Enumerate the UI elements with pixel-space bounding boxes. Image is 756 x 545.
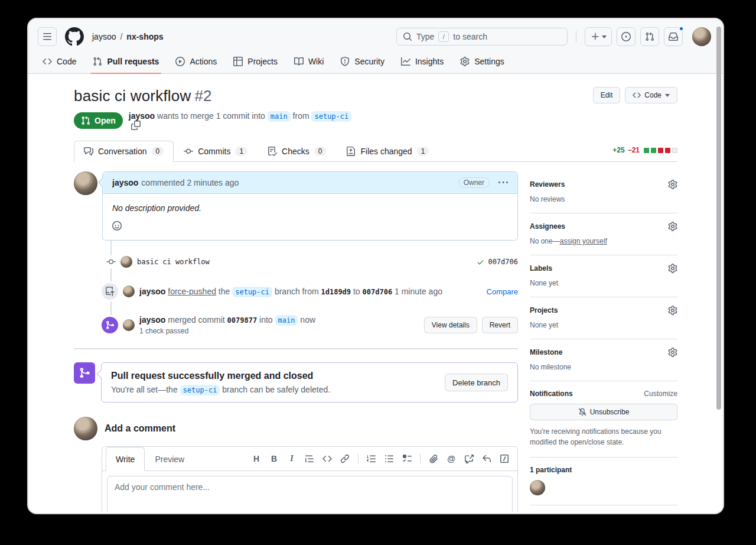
heading-button[interactable]: H (248, 450, 265, 467)
tab-commits[interactable]: Commits1 (174, 141, 258, 162)
numbered-list-button[interactable] (363, 450, 380, 467)
nav-tab-wiki[interactable]: Wiki (289, 50, 328, 73)
base-branch-label[interactable]: main (275, 315, 298, 326)
bullet-list-button[interactable] (381, 450, 397, 467)
user-avatar[interactable] (692, 27, 711, 46)
italic-button[interactable]: I (284, 450, 300, 467)
task-list-button[interactable] (399, 450, 415, 467)
revert-button[interactable]: Revert (482, 317, 518, 333)
gear-icon[interactable] (668, 222, 677, 231)
new-commit-sha[interactable]: 007d706 (363, 288, 393, 296)
milestone-section: Milestone No milestone (530, 339, 677, 381)
window-scrollbar[interactable] (715, 19, 723, 513)
force-pushed-link[interactable]: force-pushed (168, 287, 216, 296)
copy-icon[interactable] (131, 121, 141, 130)
code-button[interactable] (319, 450, 335, 467)
tab-checks[interactable]: Checks0 (258, 141, 336, 162)
base-branch-label[interactable]: main (268, 111, 291, 122)
create-new-button[interactable] (585, 27, 612, 46)
gear-icon[interactable] (668, 180, 677, 189)
merged-banner: Pull request successfully merged and clo… (74, 362, 518, 403)
breadcrumb-owner[interactable]: jaysoo (92, 32, 116, 41)
lock-conversation-button[interactable]: Lock conversation (530, 505, 677, 512)
link-button[interactable] (337, 450, 353, 467)
delete-branch-button[interactable]: Delete branch (445, 374, 508, 391)
projects-section: Projects None yet (530, 297, 677, 339)
bold-button[interactable]: B (266, 450, 282, 467)
compare-link[interactable]: Compare (487, 287, 518, 296)
assign-yourself-link[interactable]: assign yourself (560, 237, 607, 245)
nav-tab-code[interactable]: Code (38, 50, 81, 73)
add-reaction-icon[interactable] (112, 221, 122, 231)
customize-link[interactable]: Customize (644, 390, 677, 398)
inbox-button[interactable] (664, 27, 683, 46)
comment-author[interactable]: jaysoo (112, 178, 138, 187)
issues-button[interactable] (617, 27, 636, 46)
code-dropdown-button[interactable]: Code (625, 87, 677, 103)
write-tab[interactable]: Write (106, 447, 145, 471)
hamburger-menu-button[interactable] (38, 27, 57, 46)
diffstat-block (644, 148, 649, 153)
gear-icon[interactable] (668, 306, 677, 315)
github-logo-icon[interactable] (65, 27, 84, 46)
event-author[interactable]: jaysoo (139, 287, 165, 296)
nav-tab-projects[interactable]: Projects (229, 50, 282, 73)
event-author-avatar[interactable] (123, 286, 135, 297)
participant-avatar[interactable] (530, 480, 545, 495)
participants-title: 1 participant (530, 466, 677, 474)
preview-tab[interactable]: Preview (145, 447, 194, 471)
nav-tab-settings[interactable]: Settings (455, 50, 509, 73)
head-branch-label[interactable]: setup-ci (180, 385, 220, 395)
nav-tab-insights[interactable]: Insights (396, 50, 448, 73)
assignees-title: Assignees (530, 222, 565, 231)
saved-replies-button[interactable] (478, 450, 495, 467)
play-icon (175, 57, 185, 66)
timeline: jaysoo commented 2 minutes ago Owner No … (74, 171, 518, 335)
head-branch-label[interactable]: setup-ci (232, 287, 272, 297)
edit-button[interactable]: Edit (593, 87, 621, 103)
nav-tab-actions[interactable]: Actions (171, 50, 221, 73)
cross-reference-button[interactable] (461, 450, 477, 467)
gear-icon[interactable] (668, 348, 677, 357)
attach-file-button[interactable] (425, 450, 442, 467)
commit-sha[interactable]: 007d706 (488, 258, 518, 266)
merged-commit-sha[interactable]: 0079877 (227, 316, 258, 325)
milestone-title: Milestone (530, 348, 562, 356)
gear-icon[interactable] (668, 264, 677, 273)
comment-textarea[interactable] (107, 476, 513, 512)
quote-button[interactable] (301, 450, 318, 467)
head-branch-label[interactable]: setup-ci (311, 111, 351, 122)
mention-button[interactable]: @ (443, 450, 460, 467)
caret-down-icon (602, 35, 607, 38)
pull-requests-button[interactable] (640, 27, 659, 46)
page-content: basic ci workflow#2 Edit Code Open (28, 74, 723, 512)
comment-author-avatar[interactable] (74, 171, 97, 195)
comment-timestamp: commented 2 minutes ago (141, 178, 239, 187)
git-pull-request-icon (81, 116, 90, 125)
search-placeholder-pre: Type (416, 32, 434, 41)
scrollbar-thumb[interactable] (716, 27, 721, 410)
check-icon[interactable] (477, 258, 484, 266)
search-input[interactable]: Type / to search (396, 28, 568, 46)
kebab-menu-icon[interactable] (498, 178, 508, 187)
toolbar-divider (420, 454, 421, 463)
tab-files-changed[interactable]: Files changed1 (336, 141, 439, 162)
browser-window: jaysoo / nx-shops Type / to search (28, 19, 723, 513)
three-bars-icon (43, 32, 52, 41)
pr-author[interactable]: jaysoo (129, 111, 155, 121)
event-author-avatar[interactable] (123, 319, 135, 331)
add-comment-heading: Add a comment (105, 423, 175, 434)
tab-conversation[interactable]: Conversation0 (74, 141, 174, 162)
nav-tab-pull-requests[interactable]: Pull requests (88, 50, 164, 73)
unsubscribe-button[interactable]: Unsubscribe (530, 404, 677, 420)
old-commit-sha[interactable]: 1d189d9 (321, 288, 351, 296)
event-author[interactable]: jaysoo (139, 315, 165, 325)
view-details-button[interactable]: View details (424, 317, 477, 333)
check-status[interactable]: 1 check passed (139, 327, 315, 335)
slash-commands-button[interactable] (496, 450, 513, 467)
commit-message[interactable]: basic ci workflow (137, 258, 210, 266)
commit-author-avatar[interactable] (120, 256, 132, 268)
breadcrumb-repo[interactable]: nx-shops (126, 32, 163, 41)
checklist-icon (268, 147, 277, 156)
nav-tab-security[interactable]: Security (335, 50, 389, 73)
